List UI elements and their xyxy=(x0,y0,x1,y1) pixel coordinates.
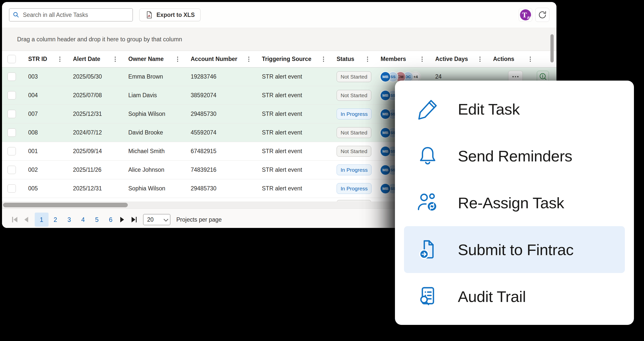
menu-item-label: Send Reminders xyxy=(458,147,572,165)
row-checkbox-cell xyxy=(2,110,21,118)
table-header-row: STR ID Alert Date Owner Name Account Num… xyxy=(2,51,556,67)
cell-alert-date: 2025/09/14 xyxy=(66,148,121,155)
cell-account-number: 74839216 xyxy=(184,166,255,173)
column-menu-icon[interactable] xyxy=(58,56,61,63)
column-header-label: Account Number xyxy=(191,56,237,62)
column-header[interactable]: Alert Date xyxy=(66,51,121,67)
search-input[interactable] xyxy=(22,11,129,19)
menu-item[interactable]: Submit to Fintrac xyxy=(404,226,625,273)
avatar: T AI xyxy=(520,9,531,20)
row-checkbox[interactable] xyxy=(8,128,16,137)
column-menu-icon[interactable] xyxy=(478,56,481,63)
refresh-button[interactable] xyxy=(535,8,549,22)
page-size-select[interactable]: 20 xyxy=(143,214,170,225)
cell-owner-name: David Brooke xyxy=(121,129,184,136)
column-menu-icon[interactable] xyxy=(529,56,532,63)
column-header-label: Alert Date xyxy=(73,56,100,62)
last-page-button[interactable] xyxy=(132,217,137,222)
cell-account-number: 67482915 xyxy=(184,148,255,155)
column-menu-icon[interactable] xyxy=(322,56,325,63)
pencil-icon xyxy=(416,97,439,121)
column-header[interactable]: Members xyxy=(374,51,428,67)
cell-alert-date: 2024/07/12 xyxy=(66,129,121,136)
previous-page-button[interactable] xyxy=(24,217,28,222)
cell-status: Not Started xyxy=(330,90,374,101)
column-header[interactable]: Active Days xyxy=(428,51,486,67)
page-number-button[interactable]: 4 xyxy=(76,213,90,227)
cell-status: Not Started xyxy=(330,146,374,157)
horizontal-scrollbar-thumb[interactable] xyxy=(3,203,128,207)
member-avatar: MB xyxy=(381,184,390,193)
cell-account-number: 38592074 xyxy=(184,92,255,99)
page-number-button[interactable]: 1 xyxy=(35,213,49,227)
bell-icon xyxy=(416,144,439,167)
profile-avatar-button[interactable]: T AI xyxy=(519,8,532,22)
column-header-label: Owner Name xyxy=(128,56,164,62)
menu-item-label: Submit to Fintrac xyxy=(458,241,574,259)
column-header[interactable]: Triggering Source xyxy=(255,51,330,67)
document-search-icon xyxy=(416,285,439,308)
search-box[interactable] xyxy=(9,8,133,21)
column-menu-icon[interactable] xyxy=(421,56,424,63)
chevron-down-icon xyxy=(164,217,168,221)
row-checkbox[interactable] xyxy=(8,110,16,118)
cell-str-id: 001 xyxy=(21,148,66,155)
column-header[interactable]: Status xyxy=(330,51,374,67)
column-header[interactable]: STR ID xyxy=(21,51,66,67)
status-badge: Not Started xyxy=(337,71,371,82)
cell-status: Not Started xyxy=(330,71,374,82)
column-menu-icon[interactable] xyxy=(176,56,179,63)
toolbar: Export to XLS T AI xyxy=(2,2,556,28)
toolbar-right-group: T AI xyxy=(519,8,549,22)
group-by-drop-zone[interactable]: Drag a column header and drop it here to… xyxy=(2,28,556,51)
column-menu-icon[interactable] xyxy=(114,56,117,63)
column-header-label: Actions xyxy=(493,56,514,62)
member-avatar: MB xyxy=(381,165,390,175)
page-size-value: 20 xyxy=(147,216,164,223)
avatar-sub-label: AI xyxy=(527,16,531,20)
next-page-button[interactable] xyxy=(120,217,124,222)
row-checkbox[interactable] xyxy=(8,91,16,99)
page-number-button[interactable]: 6 xyxy=(104,213,118,227)
cell-status: In Progress xyxy=(330,109,374,119)
menu-item[interactable]: Edit Task xyxy=(404,86,625,132)
row-checkbox-cell xyxy=(2,184,21,193)
column-menu-icon[interactable] xyxy=(366,56,369,63)
column-header[interactable]: Owner Name xyxy=(121,51,184,67)
page-number-button[interactable]: 5 xyxy=(90,213,104,227)
menu-item[interactable]: Re-Assign Task xyxy=(404,179,625,226)
row-checkbox[interactable] xyxy=(8,184,16,193)
cell-account-number: 45592074 xyxy=(184,129,255,136)
vertical-scrollbar-thumb[interactable] xyxy=(550,34,554,62)
column-header-label: Members xyxy=(381,56,406,62)
column-header[interactable]: Account Number xyxy=(184,51,255,67)
page-number-button[interactable]: 3 xyxy=(62,213,76,227)
row-checkbox[interactable] xyxy=(8,166,16,174)
cell-str-id: 004 xyxy=(21,92,66,99)
avatar-letter: T xyxy=(522,11,527,19)
page-number-button[interactable]: 2 xyxy=(49,213,62,227)
status-badge: In Progress xyxy=(337,109,372,119)
cell-owner-name: Emma Brown xyxy=(121,73,184,80)
search-info-icon xyxy=(539,72,547,82)
cell-owner-name: Liam Davis xyxy=(121,92,184,99)
select-all-checkbox[interactable] xyxy=(8,55,16,63)
cell-account-number: 29485730 xyxy=(184,185,255,192)
menu-item[interactable]: Audit Trail xyxy=(404,273,625,320)
menu-item[interactable]: Send Reminders xyxy=(404,132,625,179)
export-xls-label: Export to XLS xyxy=(156,12,195,18)
first-page-button[interactable] xyxy=(12,217,17,222)
row-checkbox[interactable] xyxy=(8,73,16,81)
cell-owner-name: Michael Smith xyxy=(121,148,184,155)
cell-alert-date: 2025/11/26 xyxy=(66,166,121,173)
menu-item-label: Re-Assign Task xyxy=(458,194,564,212)
cell-status: Not Started xyxy=(330,127,374,138)
member-avatar: MB xyxy=(381,128,390,138)
row-checkbox[interactable] xyxy=(8,147,16,155)
cell-status: In Progress xyxy=(330,164,374,175)
column-header[interactable]: Actions xyxy=(486,51,556,67)
cell-triggering-source: STR alert event xyxy=(255,148,330,155)
cell-triggering-source: STR alert event xyxy=(255,111,330,117)
export-xls-button[interactable]: Export to XLS xyxy=(139,9,200,21)
column-menu-icon[interactable] xyxy=(247,56,250,63)
